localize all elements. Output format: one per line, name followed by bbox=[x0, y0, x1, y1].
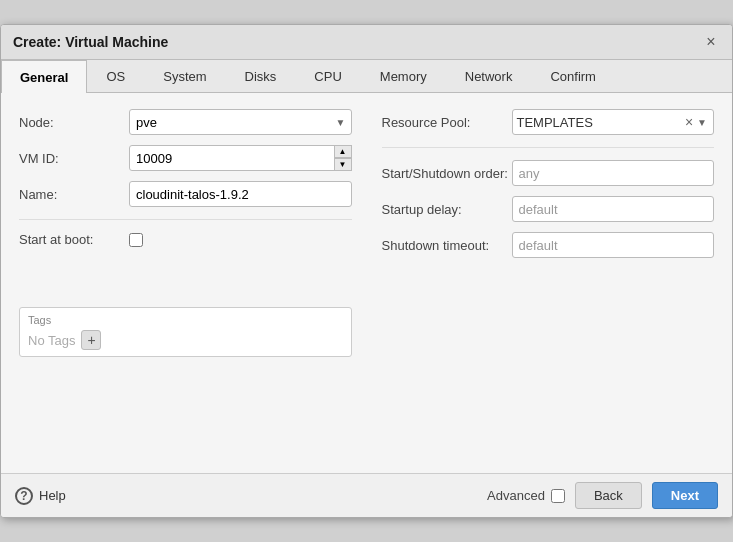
vmid-increment-button[interactable]: ▲ bbox=[334, 145, 352, 158]
start-at-boot-checkbox[interactable] bbox=[129, 233, 143, 247]
form-right: Resource Pool: TEMPLATES × ▼ Start/Shutd… bbox=[382, 109, 715, 357]
startup-delay-label: Startup delay: bbox=[382, 202, 512, 217]
node-label: Node: bbox=[19, 115, 129, 130]
dialog-header: Create: Virtual Machine × bbox=[1, 25, 732, 60]
name-row: Name: bbox=[19, 181, 352, 207]
back-button[interactable]: Back bbox=[575, 482, 642, 509]
tab-disks[interactable]: Disks bbox=[226, 60, 296, 92]
resource-pool-dropdown-icon[interactable]: ▼ bbox=[695, 117, 709, 128]
next-button[interactable]: Next bbox=[652, 482, 718, 509]
name-label: Name: bbox=[19, 187, 129, 202]
advanced-checkbox[interactable] bbox=[551, 489, 565, 503]
start-at-boot-row: Start at boot: bbox=[19, 232, 352, 247]
shutdown-timeout-row: Shutdown timeout: bbox=[382, 232, 715, 258]
tags-row: No Tags + bbox=[28, 330, 343, 350]
help-label: Help bbox=[39, 488, 66, 503]
no-tags-text: No Tags bbox=[28, 333, 75, 348]
start-shutdown-input[interactable] bbox=[512, 160, 715, 186]
create-vm-dialog: Create: Virtual Machine × General OS Sys… bbox=[0, 24, 733, 518]
form-left: Node: pve ▼ VM ID: ▲ ▼ bbox=[19, 109, 352, 357]
footer-right: Advanced Back Next bbox=[487, 482, 718, 509]
vmid-row: VM ID: ▲ ▼ bbox=[19, 145, 352, 171]
resource-pool-label: Resource Pool: bbox=[382, 115, 512, 130]
tags-title: Tags bbox=[28, 314, 343, 326]
vmid-decrement-button[interactable]: ▼ bbox=[334, 158, 352, 171]
right-divider bbox=[382, 147, 715, 148]
start-at-boot-label: Start at boot: bbox=[19, 232, 129, 247]
add-tag-button[interactable]: + bbox=[81, 330, 101, 350]
node-row: Node: pve ▼ bbox=[19, 109, 352, 135]
form-section: Node: pve ▼ VM ID: ▲ ▼ bbox=[19, 109, 714, 357]
tags-section: Tags No Tags + bbox=[19, 307, 352, 357]
vmid-input-wrapper: ▲ ▼ bbox=[129, 145, 352, 171]
vmid-input[interactable] bbox=[129, 145, 352, 171]
startup-delay-input[interactable] bbox=[512, 196, 715, 222]
node-select-wrapper: pve ▼ bbox=[129, 109, 352, 135]
resource-pool-row: Resource Pool: TEMPLATES × ▼ bbox=[382, 109, 715, 135]
advanced-label: Advanced bbox=[487, 488, 545, 503]
divider bbox=[19, 219, 352, 220]
dialog-body: Node: pve ▼ VM ID: ▲ ▼ bbox=[1, 93, 732, 473]
name-input[interactable] bbox=[129, 181, 352, 207]
start-shutdown-label: Start/Shutdown order: bbox=[382, 166, 512, 181]
start-shutdown-row: Start/Shutdown order: bbox=[382, 160, 715, 186]
tab-network[interactable]: Network bbox=[446, 60, 532, 92]
resource-pool-wrapper: TEMPLATES × ▼ bbox=[512, 109, 715, 135]
resource-pool-clear-button[interactable]: × bbox=[683, 115, 695, 129]
tabs-bar: General OS System Disks CPU Memory Netwo… bbox=[1, 60, 732, 93]
vmid-label: VM ID: bbox=[19, 151, 129, 166]
tab-general[interactable]: General bbox=[1, 60, 87, 93]
help-icon: ? bbox=[15, 487, 33, 505]
dialog-footer: ? Help Advanced Back Next bbox=[1, 473, 732, 517]
tab-confirm[interactable]: Confirm bbox=[531, 60, 615, 92]
startup-delay-row: Startup delay: bbox=[382, 196, 715, 222]
node-select[interactable]: pve bbox=[129, 109, 352, 135]
tab-os[interactable]: OS bbox=[87, 60, 144, 92]
advanced-row: Advanced bbox=[487, 488, 565, 503]
tab-memory[interactable]: Memory bbox=[361, 60, 446, 92]
shutdown-timeout-label: Shutdown timeout: bbox=[382, 238, 512, 253]
vmid-spinner: ▲ ▼ bbox=[334, 145, 352, 171]
shutdown-timeout-input[interactable] bbox=[512, 232, 715, 258]
close-button[interactable]: × bbox=[702, 33, 720, 51]
resource-pool-value: TEMPLATES bbox=[517, 115, 683, 130]
tab-cpu[interactable]: CPU bbox=[295, 60, 360, 92]
help-button[interactable]: ? Help bbox=[15, 487, 66, 505]
dialog-title: Create: Virtual Machine bbox=[13, 34, 168, 50]
tab-system[interactable]: System bbox=[144, 60, 225, 92]
